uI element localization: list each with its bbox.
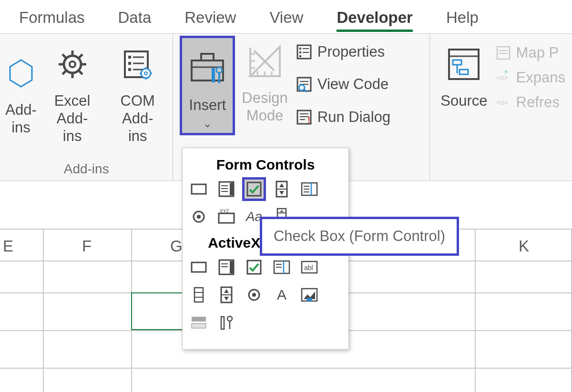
svg-marker-0	[10, 60, 32, 87]
svg-text:<o>: <o>	[496, 98, 509, 106]
expansion-icon: <o>+	[495, 70, 511, 86]
svg-rect-25	[201, 54, 214, 60]
svg-text:!: !	[307, 115, 310, 125]
tab-formulas[interactable]: Formulas	[19, 9, 85, 30]
ax-combo-control[interactable]	[217, 258, 236, 277]
view-code-icon	[296, 76, 313, 93]
ax-scrollbar-control[interactable]	[189, 285, 208, 304]
ax-more-control[interactable]	[217, 313, 236, 332]
svg-rect-12	[128, 56, 131, 59]
addins-button[interactable]: Add- ins	[7, 39, 35, 147]
refresh-data-button[interactable]: <o> Refres	[495, 94, 565, 111]
svg-line-6	[62, 54, 66, 58]
form-combo-control[interactable]	[217, 180, 236, 199]
svg-rect-71	[230, 183, 233, 195]
design-mode-button[interactable]: Design Mode	[238, 36, 292, 126]
map-properties-button[interactable]: Map P	[495, 44, 565, 61]
svg-point-18	[141, 69, 151, 78]
tab-data[interactable]: Data	[118, 9, 152, 30]
tab-help[interactable]: Help	[446, 9, 479, 30]
properties-button[interactable]: Properties	[296, 43, 390, 60]
svg-point-10	[70, 61, 75, 67]
source-button[interactable]: Source	[437, 39, 491, 111]
svg-rect-103	[194, 288, 203, 302]
expansion-label: Expans	[516, 69, 565, 86]
col-g[interactable]: G	[170, 237, 183, 255]
com-addins-button[interactable]: COM Add-ins	[109, 39, 166, 147]
ax-label-control[interactable]: A	[272, 285, 291, 304]
ax-toggle-control[interactable]	[189, 313, 208, 332]
properties-icon	[296, 43, 313, 60]
view-code-button[interactable]: View Code	[296, 76, 390, 93]
tab-view[interactable]: View	[269, 9, 303, 30]
form-listbox-control[interactable]	[300, 180, 319, 199]
svg-line-7	[79, 71, 82, 74]
svg-rect-95	[230, 261, 233, 273]
ax-option-control[interactable]	[245, 285, 264, 304]
svg-line-38	[254, 50, 274, 70]
svg-marker-76	[279, 191, 284, 195]
refresh-label: Refres	[516, 94, 560, 111]
form-checkbox-control[interactable]	[245, 180, 264, 199]
properties-label: Properties	[317, 43, 385, 60]
toolbox-icon	[187, 46, 228, 87]
svg-text:abl: abl	[304, 264, 313, 271]
run-dialog-button[interactable]: ! Run Dialog	[296, 109, 390, 126]
form-option-control[interactable]	[189, 207, 208, 226]
svg-marker-108	[224, 289, 229, 293]
form-groupbox-control[interactable]: XYZ	[217, 207, 236, 226]
svg-point-118	[227, 316, 232, 321]
svg-rect-40	[299, 48, 301, 50]
col-f[interactable]: F	[82, 237, 92, 255]
tooltip-checkbox: Check Box (Form Control)	[260, 217, 459, 256]
form-controls-title: Form Controls	[189, 157, 342, 173]
ax-checkbox-control[interactable]	[245, 258, 264, 277]
view-code-label: View Code	[317, 76, 388, 93]
tab-review[interactable]: Review	[184, 9, 236, 30]
svg-point-48	[299, 85, 305, 90]
insert-controls-button[interactable]: Insert ⌄	[180, 36, 235, 135]
tab-developer[interactable]: Developer	[337, 9, 413, 32]
selected-cell[interactable]	[131, 292, 186, 330]
expansion-packs-button[interactable]: <o>+ Expans	[495, 69, 565, 86]
svg-rect-72	[247, 182, 261, 196]
svg-rect-14	[128, 62, 131, 65]
svg-rect-27	[212, 68, 215, 82]
map-properties-label: Map P	[516, 44, 559, 61]
map-props-icon	[495, 45, 511, 61]
svg-marker-89	[280, 210, 284, 212]
svg-line-9	[62, 71, 66, 74]
svg-text:+: +	[504, 70, 508, 76]
gear-icon	[56, 48, 89, 81]
svg-text:XYZ: XYZ	[220, 209, 229, 214]
form-button-control[interactable]	[189, 180, 208, 199]
svg-rect-57	[453, 60, 461, 65]
svg-point-1	[64, 56, 81, 73]
run-dialog-label: Run Dialog	[317, 109, 390, 126]
ruler-triangle-icon	[245, 42, 285, 81]
insert-dropdown: Form Controls XYZ Aa ActiveX Controls ab…	[182, 148, 349, 350]
svg-marker-113	[304, 291, 315, 299]
col-k[interactable]: K	[519, 237, 529, 255]
svg-rect-42	[299, 51, 301, 53]
ax-button-control[interactable]	[189, 258, 208, 277]
svg-rect-115	[192, 317, 206, 322]
grid-line	[0, 368, 572, 369]
col-e[interactable]: E	[3, 237, 13, 255]
svg-rect-66	[192, 184, 206, 194]
svg-point-28	[216, 67, 222, 73]
form-spinner-control[interactable]	[272, 180, 291, 199]
refresh-icon: <o>	[495, 94, 511, 111]
source-pane-icon	[445, 46, 482, 83]
ax-textbox-control[interactable]: abl	[300, 258, 319, 277]
ax-listbox-control[interactable]	[272, 258, 291, 277]
svg-point-111	[252, 293, 256, 297]
run-dialog-icon: !	[296, 109, 313, 126]
svg-rect-96	[247, 261, 261, 274]
excel-addins-button[interactable]: Excel Add-ins	[44, 39, 101, 147]
svg-marker-109	[224, 297, 229, 301]
ax-image-control[interactable]	[300, 285, 319, 304]
svg-rect-84	[219, 213, 234, 223]
svg-marker-75	[279, 183, 284, 187]
ax-spinner-control[interactable]	[217, 285, 236, 304]
